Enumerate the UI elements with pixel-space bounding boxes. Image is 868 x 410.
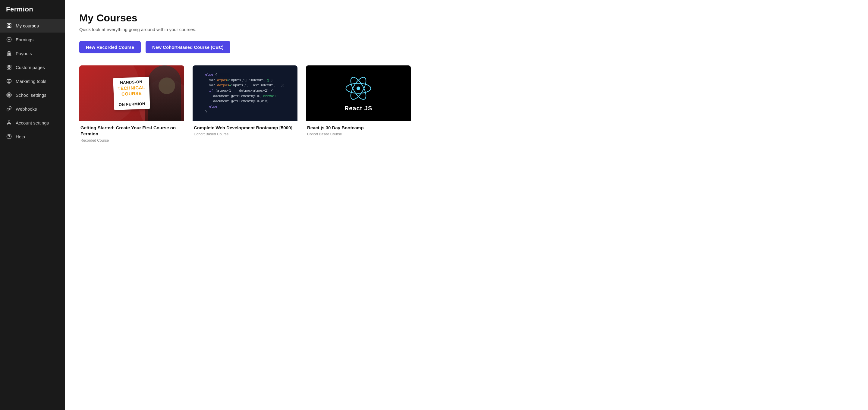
svg-marker-12 (7, 51, 11, 53)
book-icon (6, 23, 12, 29)
sidebar-item-help[interactable]: Help (0, 129, 65, 144)
sidebar-item-my-courses[interactable]: My courses (0, 19, 65, 33)
svg-rect-15 (10, 68, 11, 69)
sidebar-label-payouts: Payouts (16, 51, 32, 56)
user-icon (6, 120, 12, 126)
help-icon (6, 134, 12, 140)
sidebar-item-webhooks[interactable]: Webhooks (0, 102, 65, 116)
main-content: My Courses Quick look at everything goin… (65, 0, 868, 410)
sidebar-label-account-settings: Account settings (16, 120, 49, 125)
course-thumbnail-2: else { var atpos=inputs[i].indexOf('@');… (193, 65, 298, 121)
course-thumbnail-1: HANDS-ONTECHNICALCOURSEON FERMION (79, 65, 184, 121)
sidebar-item-school-settings[interactable]: School settings (0, 88, 65, 102)
svg-point-19 (8, 94, 10, 96)
course-1-info: Getting Started: Create Your First Cours… (79, 121, 184, 144)
sidebar-label-my-courses: My courses (16, 23, 39, 28)
sidebar-item-custom-pages[interactable]: Custom pages (0, 60, 65, 74)
sidebar-item-payouts[interactable]: Payouts (0, 47, 65, 60)
svg-rect-3 (7, 26, 8, 28)
course-card-1[interactable]: HANDS-ONTECHNICALCOURSEON FERMION Gettin… (79, 65, 184, 144)
page-subtitle: Quick look at everything going around wi… (79, 27, 854, 32)
course-2-title: Complete Web Development Bootcamp [5000] (194, 125, 296, 131)
course-2-code: else { var atpos=inputs[i].indexOf('@');… (205, 72, 285, 115)
course-3-type: Cohort Based Course (307, 132, 410, 136)
course-1-type: Recorded Course (81, 138, 183, 143)
grid-icon (6, 64, 12, 70)
webhook-icon (6, 106, 12, 112)
svg-rect-16 (7, 68, 8, 69)
svg-rect-2 (10, 26, 11, 28)
new-cbc-button[interactable]: New Cohort-Based Course (CBC) (146, 41, 230, 53)
sidebar-label-help: Help (16, 134, 25, 139)
new-recorded-course-button[interactable]: New Recorded Course (79, 41, 141, 53)
course-card-3[interactable]: React JS React.js 30 Day Bootcamp Cohort… (306, 65, 411, 144)
course-2-info: Complete Web Development Bootcamp [5000]… (193, 121, 298, 138)
react-atom-icon (345, 75, 372, 102)
sidebar-item-earnings[interactable]: Earnings (0, 33, 65, 47)
svg-rect-13 (7, 65, 8, 67)
globe-icon (6, 78, 12, 84)
sidebar-label-webhooks: Webhooks (16, 107, 37, 112)
course-1-overlay: HANDS-ONTECHNICALCOURSEON FERMION (113, 77, 150, 110)
page-title: My Courses (79, 12, 854, 24)
course-3-info: React.js 30 Day Bootcamp Cohort Based Co… (306, 121, 411, 138)
sidebar-label-earnings: Earnings (16, 37, 33, 42)
sidebar-label-marketing-tools: Marketing tools (16, 79, 46, 84)
action-buttons: New Recorded Course New Cohort-Based Cou… (79, 41, 854, 53)
course-grid: HANDS-ONTECHNICALCOURSEON FERMION Gettin… (79, 65, 411, 144)
course-2-type: Cohort Based Course (194, 132, 296, 136)
react-label: React JS (344, 105, 373, 112)
sidebar: Fermion My courses Earnings (0, 0, 65, 410)
bank-icon (6, 50, 12, 56)
course-card-2[interactable]: else { var atpos=inputs[i].indexOf('@');… (193, 65, 298, 144)
course-3-title: React.js 30 Day Bootcamp (307, 125, 410, 131)
course-thumbnail-3: React JS (306, 65, 411, 121)
dollar-icon (6, 36, 12, 42)
sidebar-nav: My courses Earnings Payouts (0, 19, 65, 410)
svg-rect-14 (10, 65, 11, 67)
svg-rect-0 (7, 24, 8, 25)
sidebar-label-custom-pages: Custom pages (16, 65, 45, 70)
svg-point-20 (8, 121, 10, 122)
gear-icon (6, 92, 12, 98)
course-1-title: Getting Started: Create Your First Cours… (81, 125, 183, 137)
sidebar-item-account-settings[interactable]: Account settings (0, 116, 65, 129)
sidebar-item-marketing-tools[interactable]: Marketing tools (0, 74, 65, 88)
svg-rect-1 (10, 24, 11, 25)
app-logo: Fermion (0, 0, 65, 19)
svg-point-26 (356, 87, 360, 90)
sidebar-label-school-settings: School settings (16, 92, 46, 98)
